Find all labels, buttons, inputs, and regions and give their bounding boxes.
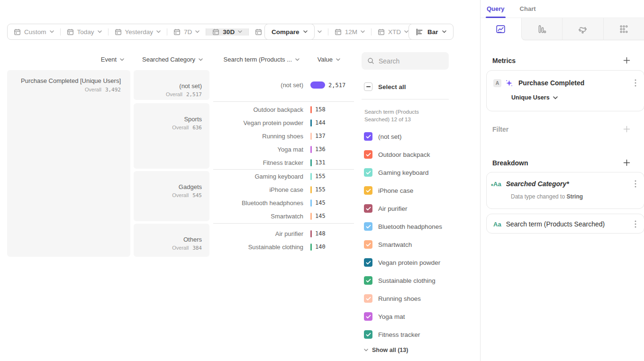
row-value: 158 [315,106,326,113]
legend-checkbox[interactable] [364,240,372,249]
legend-checkbox[interactable] [364,294,372,303]
date-range-label: 7D [184,28,192,36]
legend-search-input[interactable] [379,57,443,65]
table-row[interactable]: Air purifier 148 [213,227,354,240]
select-all-checkbox[interactable] [364,82,372,91]
legend-item[interactable]: Gaming keyboard [364,168,442,177]
legend-list: (not set) Outdoor backpack Gaming keyboa… [364,132,442,348]
legend-item[interactable]: Outdoor backpack [364,150,442,159]
row-label: Running shoes [213,133,303,140]
table-row[interactable]: Vegan protein powder 144 [213,116,354,129]
legend-item[interactable]: Air purifier [364,204,442,213]
table-row[interactable]: Outdoor backpack 158 [213,103,354,116]
chevron-down-icon [553,96,558,99]
add-breakdown-button[interactable] [622,158,631,167]
check-icon [366,279,371,283]
report-tab-funnels[interactable] [521,18,562,40]
date-range-label: 12M [345,28,357,36]
check-icon [366,315,371,319]
legend-checkbox[interactable] [364,276,372,285]
legend-item[interactable]: (not set) [364,132,442,141]
compare-button[interactable]: Compare [264,24,315,40]
category-name: Sports [137,116,202,123]
select-all-row[interactable]: Select all [364,82,406,91]
report-tab-insights[interactable] [481,18,521,40]
event-overall: Overall3,492 [12,87,121,93]
table-row[interactable]: Smartwatch 145 [213,209,354,223]
legend-checkbox[interactable] [364,258,372,267]
column-header-event[interactable]: Event [7,55,124,63]
category-cell[interactable]: (not set) Overall2,517 [134,70,209,100]
funnels-icon [537,24,547,34]
aggregation-dropdown[interactable]: Unique Users [511,94,644,101]
event-cell[interactable]: Purchase Completed [Unique Users] Overal… [7,70,130,257]
legend-checkbox[interactable] [364,132,372,141]
chevron-down-icon [98,30,102,33]
category-cell[interactable]: Sports Overall636 [134,103,209,169]
table-row[interactable]: Gaming keyboard 155 [213,170,354,183]
calendar-icon [255,28,262,36]
check-icon [366,189,371,193]
legend-item[interactable]: Yoga mat [364,312,442,321]
row-value: 136 [315,146,326,153]
legend-checkbox[interactable] [364,150,372,159]
legend-item[interactable]: Running shoes [364,294,442,303]
date-range-label: Custom [24,28,46,36]
modified-asterisk: * [491,183,493,190]
legend-item-label: Smartwatch [378,241,412,248]
metric-kebab-menu[interactable] [634,78,637,88]
table-row[interactable]: Yoga mat 136 [213,143,354,156]
legend-item[interactable]: Fitness tracker [364,330,442,339]
column-header-term[interactable]: Search term (Products ... [213,55,299,63]
check-icon [366,243,371,247]
chevron-down-icon [303,30,308,33]
column-header-category[interactable]: Searched Category [134,55,203,63]
date-range-button[interactable]: Today [61,28,109,36]
value-bar [310,173,312,180]
date-range-button[interactable]: 7D [167,28,206,36]
table-row[interactable]: Sustainable clothing 140 [213,240,354,253]
table-row[interactable]: Fitness tracker 131 [213,156,354,169]
legend-checkbox[interactable] [364,312,372,321]
table-row[interactable]: Bluetooth headphones 145 [213,196,354,209]
breakdown-kebab-menu[interactable] [634,219,637,229]
legend-item[interactable]: Vegan protein powder [364,258,442,267]
category-cell[interactable]: Others Overall384 [134,224,209,257]
table-row[interactable]: (not set) 2,517 [213,79,354,92]
breakdown-card-searched-category[interactable]: Aa* Searched Category* Data type changed… [486,172,644,209]
legend-item[interactable]: Bluetooth headphones [364,222,442,231]
date-range-button[interactable]: Custom [8,28,61,36]
tab-chart[interactable]: Chart [520,0,536,18]
legend-checkbox[interactable] [364,186,372,195]
category-cell[interactable]: Gadgets Overall545 [134,171,209,221]
column-header-value[interactable]: Value [303,55,340,63]
calendar-icon [173,28,181,36]
report-tab-flows[interactable] [562,18,603,40]
tab-query[interactable]: Query [487,0,505,18]
row-value: 2,517 [328,82,345,89]
legend-checkbox[interactable] [364,222,372,231]
report-tab-retention[interactable] [603,18,644,40]
legend-item[interactable]: Sustainable clothing [364,276,442,285]
legend-search-box[interactable] [362,52,449,70]
table-row[interactable]: Running shoes 137 [213,129,354,143]
metric-card[interactable]: A Purchase Completed Unique Users [486,70,644,111]
date-range-label: 30D [223,28,235,36]
row-label: Vegan protein powder [213,119,303,126]
legend-item[interactable]: iPhone case [364,186,442,195]
legend-checkbox[interactable] [364,330,372,339]
legend-checkbox[interactable] [364,204,372,213]
date-range-button[interactable]: Yesterday [109,28,168,36]
legend-item[interactable]: Smartwatch [364,240,442,249]
add-metric-button[interactable] [622,56,631,65]
show-all-toggle[interactable]: Show all (13) [364,347,408,353]
breakdown-heading: Breakdown [492,159,528,167]
table-row[interactable]: iPhone case 155 [213,183,354,196]
breakdown-kebab-menu[interactable] [634,179,637,189]
term-row-group: Outdoor backpack 158 Vegan protein powde… [213,103,354,169]
date-range-button[interactable]: 30D [206,28,249,36]
legend-checkbox[interactable] [364,168,372,177]
breakdown-card-search-term[interactable]: Aa Search term (Products Searched) [486,214,644,234]
add-filter-button[interactable] [622,125,631,134]
row-value: 144 [315,119,326,126]
